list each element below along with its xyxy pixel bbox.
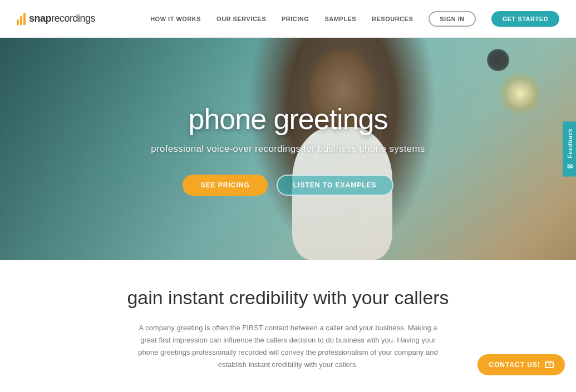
nav-samples[interactable]: SAMPLES (324, 16, 356, 22)
hero-subtitle: professional voice-over recordings for b… (151, 143, 425, 155)
logo[interactable]: snaprecordings (17, 13, 95, 25)
feedback-icon: ✉ (566, 162, 574, 170)
main-nav: HOW IT WORKS OUR SERVICES PRICING SAMPLE… (150, 11, 559, 27)
nav-pricing[interactable]: PRICING (282, 16, 309, 22)
contact-us-button[interactable]: CONTACT US! (477, 354, 565, 375)
logo-bar-3 (23, 13, 26, 25)
hero-content: phone greetings professional voice-over … (0, 38, 576, 260)
nav-how-it-works[interactable]: HOW IT WORKS (150, 16, 201, 22)
nav-our-services[interactable]: OUR SERVICES (216, 16, 266, 22)
listen-examples-button[interactable]: LISTEN TO EXAMPLES (277, 175, 393, 196)
section-credibility-body: A company greeting is often the FIRST co… (132, 322, 444, 371)
logo-bars-icon (17, 13, 26, 25)
section-credibility-title: gain instant credibility with your calle… (17, 287, 559, 309)
logo-bar-2 (20, 16, 22, 25)
feedback-label: Feedback (567, 128, 573, 158)
header: snaprecordings HOW IT WORKS OUR SERVICES… (0, 0, 576, 38)
see-pricing-button[interactable]: SEE PRICING (183, 175, 267, 196)
get-started-button[interactable]: GET STARTED (491, 11, 559, 27)
contact-label: CONTACT US! (489, 361, 540, 369)
hero-section: phone greetings professional voice-over … (0, 38, 576, 260)
logo-bar-1 (17, 19, 19, 25)
nav-resources[interactable]: RESOURCES (372, 16, 413, 22)
hero-buttons: SEE PRICING LISTEN TO EXAMPLES (183, 175, 393, 196)
sign-in-button[interactable]: SIGN IN (429, 11, 475, 27)
envelope-icon (545, 361, 554, 368)
feedback-tab[interactable]: ✉ Feedback (563, 121, 576, 176)
logo-text: snaprecordings (29, 13, 95, 24)
hero-title: phone greetings (189, 102, 388, 136)
